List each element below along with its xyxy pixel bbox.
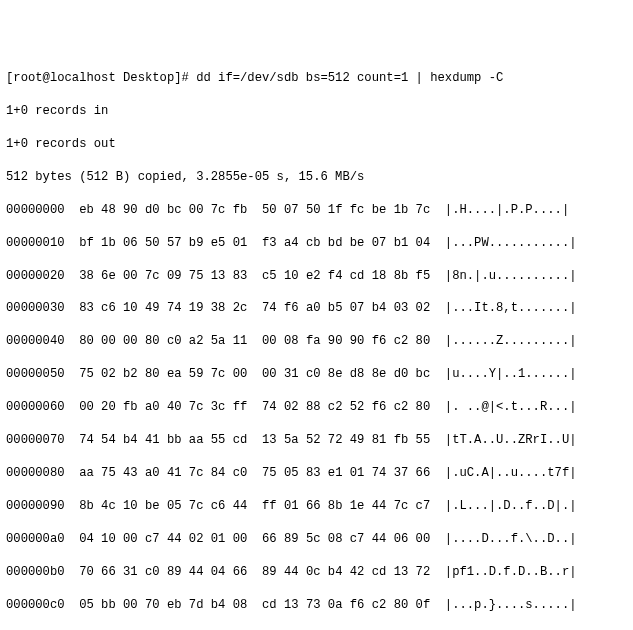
hex-row: 00000070 74 54 b4 41 bb aa 55 cd 13 5a 5… <box>6 432 627 448</box>
hex-row: 00000050 75 02 b2 80 ea 59 7c 00 00 31 c… <box>6 366 627 382</box>
hex-row: 00000000 eb 48 90 d0 bc 00 7c fb 50 07 5… <box>6 202 627 218</box>
copy-summary: 512 bytes (512 B) copied, 3.2855e-05 s, … <box>6 169 627 185</box>
hex-row: 00000010 bf 1b 06 50 57 b9 e5 01 f3 a4 c… <box>6 235 627 251</box>
command-prompt: [root@localhost Desktop]# dd if=/dev/sdb… <box>6 70 627 86</box>
hex-row: 00000030 83 c6 10 49 74 19 38 2c 74 f6 a… <box>6 300 627 316</box>
hex-row: 00000020 38 6e 00 7c 09 75 13 83 c5 10 e… <box>6 268 627 284</box>
records-in: 1+0 records in <box>6 103 627 119</box>
hex-row: 00000060 00 20 fb a0 40 7c 3c ff 74 02 8… <box>6 399 627 415</box>
hex-row: 00000040 80 00 00 80 c0 a2 5a 11 00 08 f… <box>6 333 627 349</box>
hex-row: 000000c0 05 bb 00 70 eb 7d b4 08 cd 13 7… <box>6 597 627 613</box>
hex-row: 00000090 8b 4c 10 be 05 7c c6 44 ff 01 6… <box>6 498 627 514</box>
records-out: 1+0 records out <box>6 136 627 152</box>
hex-row: 00000080 aa 75 43 a0 41 7c 84 c0 75 05 8… <box>6 465 627 481</box>
hex-row: 000000a0 04 10 00 c7 44 02 01 00 66 89 5… <box>6 531 627 547</box>
hex-row: 000000b0 70 66 31 c0 89 44 04 66 89 44 0… <box>6 564 627 580</box>
